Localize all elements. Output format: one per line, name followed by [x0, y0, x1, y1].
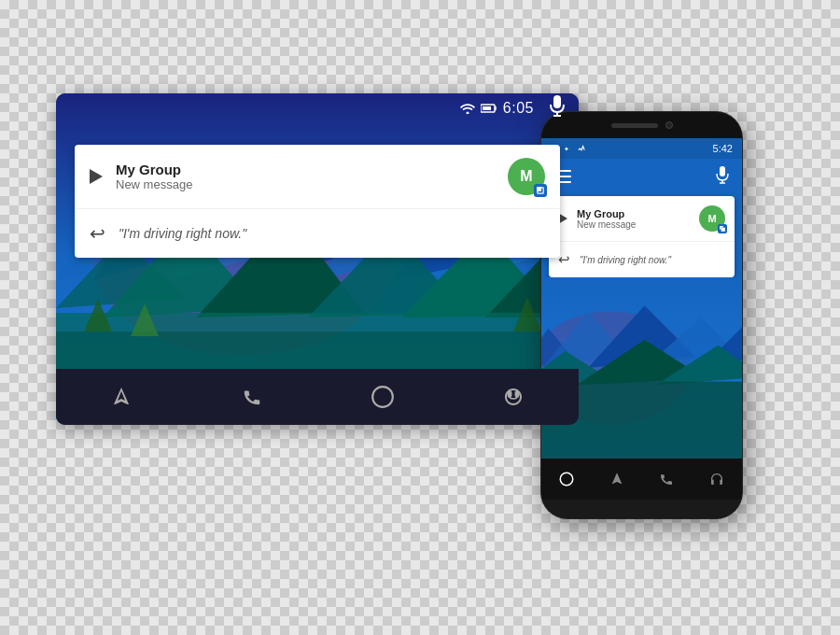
phone-notif-reply-row[interactable]: ↩ "I'm driving right now."	[549, 242, 735, 277]
car-mic-icon[interactable]	[549, 95, 566, 122]
phone-notif-text-block: My Group New message	[577, 208, 690, 230]
svg-rect-23	[553, 95, 561, 108]
phone-nav-headphones[interactable]	[700, 462, 734, 496]
phone-bottom-nav	[541, 459, 742, 500]
svg-rect-27	[537, 187, 541, 191]
phone-toolbar	[541, 159, 742, 196]
svg-rect-40	[721, 228, 726, 233]
phone-speaker	[611, 123, 658, 128]
phone-notif-title: My Group	[577, 208, 690, 219]
car-nav-audio[interactable]	[490, 374, 537, 420]
car-reply-text: "I'm driving right now."	[119, 226, 246, 241]
phone-nav-navigate[interactable]	[600, 462, 634, 496]
car-notif-subtitle: New message	[116, 177, 495, 191]
svg-point-52	[560, 473, 573, 486]
phone-nav-home[interactable]	[550, 462, 583, 496]
car-notif-main-row[interactable]: My Group New message M	[75, 145, 560, 209]
svg-point-30	[515, 390, 520, 398]
phone-notif-subtitle: New message	[577, 219, 690, 230]
car-avatar: M	[508, 158, 545, 195]
phone-time: 5:42	[713, 143, 733, 154]
car-nav-home[interactable]	[359, 374, 406, 420]
car-avatar-badge	[534, 184, 547, 197]
car-notif-title: My Group	[116, 162, 495, 177]
phone-avatar-badge	[718, 224, 727, 233]
svg-text:✦: ✦	[564, 145, 569, 152]
car-play-button[interactable]	[90, 169, 103, 184]
car-battery-icon	[481, 104, 497, 113]
phone-bottom-bar	[541, 500, 742, 518]
svg-point-28	[372, 387, 393, 407]
phone-reply-text: "I'm driving right now."	[580, 255, 671, 265]
car-status-bar: 6:05	[56, 93, 579, 123]
phone-camera	[665, 121, 673, 129]
phone-notification-card: My Group New message M ↩ "I'm driving ri…	[549, 196, 735, 277]
phone-avatar: M	[699, 205, 725, 232]
car-time: 6:05	[503, 100, 534, 117]
phone-notif-main-row[interactable]: My Group New message M	[549, 196, 735, 242]
car-nav-phone[interactable]	[229, 374, 275, 420]
phone-status-bar: ✦ 5:42	[541, 138, 742, 159]
phone-nav-phone[interactable]	[650, 462, 683, 496]
car-reply-icon: ↩	[90, 222, 105, 245]
car-bottom-nav	[56, 369, 579, 425]
phone-mic-icon[interactable]	[716, 166, 729, 190]
car-notification-card: My Group New message M ↩ "I'm driving ri…	[75, 145, 560, 258]
car-wifi-icon	[460, 103, 475, 114]
svg-point-20	[466, 112, 469, 115]
svg-point-29	[508, 390, 512, 398]
car-notif-text-block: My Group New message	[116, 162, 495, 191]
phone-landscape-bg	[541, 277, 742, 459]
svg-rect-22	[483, 106, 491, 110]
svg-rect-36	[720, 166, 725, 176]
car-display: 6:05 My Group New message M	[56, 93, 579, 425]
car-nav-navigate[interactable]	[98, 374, 145, 420]
car-notif-reply-row[interactable]: ↩ "I'm driving right now."	[75, 209, 560, 258]
phone: ✦ 5:42	[541, 112, 742, 518]
